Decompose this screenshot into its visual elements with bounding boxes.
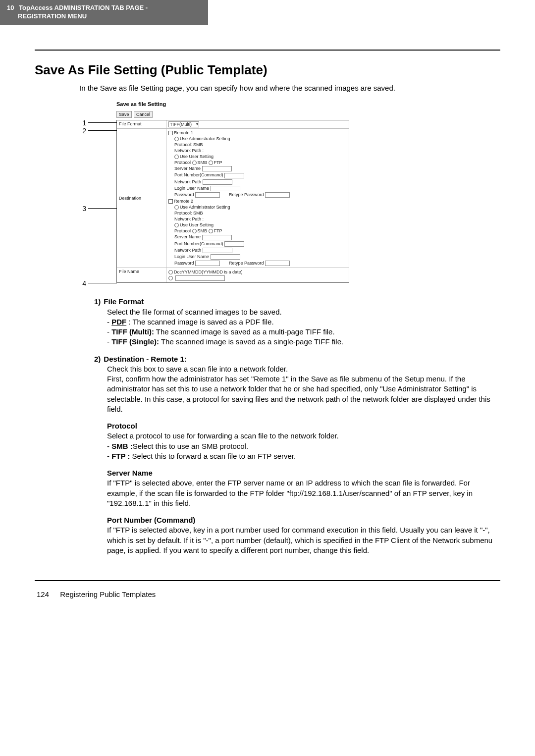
def2-label: Destination - Remote 1: xyxy=(104,355,187,363)
def1-label: File Format xyxy=(104,297,144,306)
figure-remote1-password-label: Password xyxy=(174,192,194,197)
figure-remote2-admin-radio xyxy=(174,205,179,210)
figure-remote1-server-input xyxy=(202,166,232,171)
figure-remote2-netpath-label: Network Path xyxy=(174,248,201,253)
def2-protocol-lead: Select a protocol to use for forwarding … xyxy=(107,431,500,441)
figure-remote1-retype-input xyxy=(265,192,290,198)
figure-remote1-admin-path: Network Path : xyxy=(168,148,347,154)
def2-p1: Check this box to save a scan file into … xyxy=(107,364,500,374)
bottom-horizontal-rule xyxy=(35,580,500,581)
figure-filename-opt1-label: DocYYMMDD(YYMMDD is a date) xyxy=(174,270,243,274)
def2-num: 2) xyxy=(94,355,101,363)
figure-remote2-admin-path: Network Path : xyxy=(168,216,347,222)
callout-2: 2 xyxy=(79,127,117,135)
figure-remote1-password-input xyxy=(195,192,220,198)
figure-file-name-label: File Name xyxy=(117,268,166,282)
def1-bullet-pdf: PDF : The scanned image is saved as a PD… xyxy=(107,317,500,327)
footer-title: Registering Public Templates xyxy=(60,590,156,598)
figure-remote1-login-label: Login User Name xyxy=(174,186,209,191)
figure-remote2-server-label: Server Name xyxy=(174,234,201,239)
figure-remote1-server-label: Server Name xyxy=(174,166,201,171)
figure-remote1-login-input xyxy=(211,186,240,191)
figure-remote1-port-input xyxy=(224,173,244,178)
settings-screenshot-figure: Save as file Setting Save Cancel File Fo… xyxy=(79,101,376,283)
chapter-number: 10 xyxy=(7,4,14,11)
def1-bullet-tiff-single: TIFF (Single): The scanned image is save… xyxy=(107,337,500,347)
callout-4: 4 xyxy=(79,279,117,287)
chapter-title-line2: REGISTRATION MENU xyxy=(18,12,87,20)
figure-caption: Save as file Setting xyxy=(116,101,376,107)
def1-num: 1) xyxy=(94,297,101,306)
def2-server-head: Server Name xyxy=(107,468,500,478)
def2-port-head: Port Number (Command) xyxy=(107,515,500,525)
chapter-header: 10 TopAccess ADMINISTRATION TAB PAGE - R… xyxy=(0,0,208,25)
def2-protocol-head: Protocol xyxy=(107,421,500,431)
figure-remote1-port-label: Port Number(Command) xyxy=(174,172,223,177)
figure-remote2-user-label: Use User Setting xyxy=(180,222,214,227)
figure-remote1-netpath-label: Network Path xyxy=(174,179,201,184)
figure-remote2-retype-input xyxy=(265,261,290,266)
figure-remote2-port-input xyxy=(224,241,244,247)
def2-p2: First, confirm how the administrator has… xyxy=(107,374,500,414)
top-horizontal-rule xyxy=(35,50,500,51)
def-item-2: 2)Destination - Remote 1: Check this box… xyxy=(94,354,500,556)
figure-filename-opt1-radio xyxy=(168,270,173,274)
figure-file-format-label: File Format xyxy=(117,120,166,128)
callout-1: 1 xyxy=(79,119,117,127)
figure-remote2-smb-radio xyxy=(192,229,197,233)
figure-remote2-port-label: Port Number(Command) xyxy=(174,241,223,246)
figure-remote2-netpath-input xyxy=(203,248,232,253)
def1-bullet-tiff-multi: TIFF (Multi): The scanned image is saved… xyxy=(107,327,500,337)
figure-remote1-netpath-input xyxy=(203,179,232,185)
figure-remote1-checkbox xyxy=(168,131,173,135)
figure-remote2-protocol-label: Protocol xyxy=(174,228,191,233)
figure-remote2-admin-protocol: Protocol: SMB xyxy=(168,210,347,216)
def2-server-body: If "FTP" is selected above, enter the FT… xyxy=(107,478,500,508)
figure-settings-table: File Format TIFF(Multi) Destination Remo… xyxy=(116,120,349,283)
figure-remote2-login-label: Login User Name xyxy=(174,254,209,259)
figure-remote1-retype-label: Retype Password xyxy=(229,192,264,197)
figure-remote2-password-input xyxy=(195,261,220,266)
figure-remote1-label: Remote 1 xyxy=(174,130,193,135)
figure-filename-opt2-input xyxy=(175,275,225,281)
figure-remote2-admin-label: Use Administrator Setting xyxy=(180,205,230,210)
figure-remote1-admin-label: Use Administrator Setting xyxy=(180,136,230,141)
figure-cancel-button: Cancel xyxy=(134,111,153,118)
figure-remote1-smb-radio xyxy=(192,161,197,165)
page-number: 124 xyxy=(37,590,49,598)
figure-file-format-select: TIFF(Multi) xyxy=(168,121,199,127)
def2-port-body: If "FTP is selected above, key in a port… xyxy=(107,525,500,555)
figure-remote1-ftp-radio xyxy=(209,161,213,165)
figure-remote2-retype-label: Retype Password xyxy=(229,261,264,266)
figure-destination-label: Destination xyxy=(117,129,166,268)
intro-paragraph: In the Save as file Setting page, you ca… xyxy=(79,84,500,92)
figure-remote1-protocol-label: Protocol xyxy=(174,160,191,165)
def2-protocol-smb: SMB :Select this to use an SMB protocol. xyxy=(107,441,500,451)
callout-3: 3 xyxy=(79,205,117,213)
figure-save-button: Save xyxy=(116,111,132,118)
page-footer: 124 Registering Public Templates xyxy=(35,590,500,598)
figure-remote2-label: Remote 2 xyxy=(174,199,193,204)
figure-remote1-user-radio xyxy=(174,155,179,159)
figure-remote2-server-input xyxy=(202,235,232,240)
figure-remote1-admin-radio xyxy=(174,137,179,141)
figure-remote2-ftp-radio xyxy=(209,229,213,233)
figure-remote2-password-label: Password xyxy=(174,261,194,266)
def2-protocol-ftp: FTP : Select this to forward a scan file… xyxy=(107,451,500,461)
figure-remote2-login-input xyxy=(211,254,240,260)
figure-remote2-user-radio xyxy=(174,223,179,227)
figure-remote1-user-label: Use User Setting xyxy=(180,154,214,159)
chapter-title-line1: TopAccess ADMINISTRATION TAB PAGE - xyxy=(19,4,148,11)
figure-filename-opt2-radio xyxy=(168,276,173,280)
section-title: Save As File Setting (Public Template) xyxy=(35,62,500,78)
def-item-1: 1)File Format Select the file format of … xyxy=(94,297,500,347)
figure-remote2-checkbox xyxy=(168,199,173,204)
def1-lead: Select the file format of scanned images… xyxy=(107,307,500,317)
figure-remote1-admin-protocol: Protocol: SMB xyxy=(168,142,347,148)
